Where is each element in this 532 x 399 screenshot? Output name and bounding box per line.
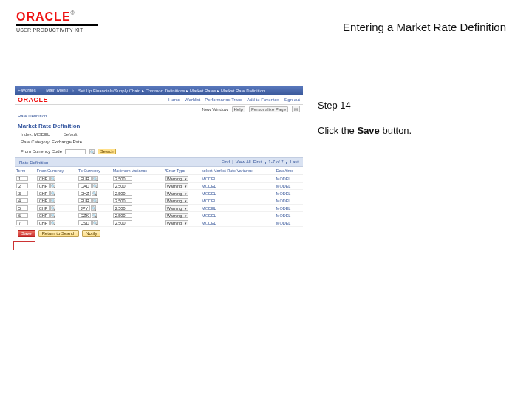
index-value: MODEL: [34, 132, 50, 137]
lookup-icon[interactable]: 🔍: [92, 220, 98, 225]
lookup-icon[interactable]: 🔍: [92, 183, 98, 188]
maxvar-cell[interactable]: 2.500: [113, 176, 132, 181]
select-variance-link[interactable]: MODEL: [202, 191, 216, 196]
help-pill[interactable]: Help: [232, 106, 245, 112]
col-dt[interactable]: Date/time: [275, 167, 303, 175]
save-button[interactable]: Save: [18, 230, 35, 237]
datetime-link[interactable]: MODEL: [276, 191, 291, 196]
col-term[interactable]: Term: [15, 167, 35, 175]
term-cell[interactable]: 1: [16, 176, 28, 181]
term-cell[interactable]: 5: [16, 205, 28, 211]
paging-find[interactable]: Find: [221, 160, 230, 165]
col-from[interactable]: From Currency: [35, 167, 77, 175]
errtype-select[interactable]: Warning: [165, 198, 188, 203]
errtype-select[interactable]: Warning: [165, 176, 188, 181]
maxvar-cell[interactable]: 2.500: [113, 198, 132, 203]
errtype-select[interactable]: Warning: [165, 213, 188, 218]
lookup-icon[interactable]: 🔍: [50, 191, 55, 196]
select-variance-link[interactable]: MODEL: [202, 177, 216, 181]
paging-first[interactable]: First: [253, 160, 262, 165]
instruction-pre: Click the: [318, 125, 357, 136]
datetime-link[interactable]: MODEL: [276, 184, 291, 188]
from-cell[interactable]: CHF: [37, 198, 50, 203]
select-variance-link[interactable]: MODEL: [202, 184, 216, 188]
lookup-icon[interactable]: 🔍: [92, 176, 98, 181]
lookup-icon[interactable]: 🔍: [50, 176, 55, 181]
datetime-link[interactable]: MODEL: [276, 177, 291, 181]
lookup-icon[interactable]: 🔍: [50, 205, 55, 211]
term-cell[interactable]: 3: [16, 191, 28, 196]
lookup-icon[interactable]: 🔍: [50, 213, 55, 218]
select-variance-link[interactable]: MODEL: [202, 206, 216, 211]
topbar-mainmenu[interactable]: Main Menu: [46, 88, 68, 92]
errtype-select[interactable]: Warning: [165, 220, 188, 225]
maxvar-cell[interactable]: 2.500: [113, 205, 132, 211]
from-cell[interactable]: CHF: [37, 220, 50, 225]
to-cell[interactable]: CHZ: [78, 191, 91, 196]
lookup-icon[interactable]: 🔍: [92, 198, 98, 203]
table-row: 3CHF🔍CHZ🔍2.500WarningMODELMODEL: [15, 190, 303, 197]
col-to[interactable]: To Currency: [77, 167, 112, 175]
maxvar-cell[interactable]: 2.500: [113, 220, 132, 225]
datetime-link[interactable]: MODEL: [276, 199, 291, 203]
term-cell[interactable]: 7: [16, 220, 28, 225]
to-cell[interactable]: EUR: [78, 198, 92, 203]
lookup-icon[interactable]: 🔍: [50, 183, 55, 188]
menu-fav[interactable]: Add to Favorites: [247, 98, 279, 102]
maxvar-cell[interactable]: 2.500: [113, 183, 132, 188]
oracle-logo: ORACLE® USER PRODUCTIVITY KIT: [16, 10, 98, 33]
personalize-pill[interactable]: Personalize Page: [249, 106, 288, 112]
term-cell[interactable]: 4: [16, 198, 28, 203]
col-errtype[interactable]: *Error Type: [163, 167, 200, 175]
default-label: Default: [63, 132, 77, 137]
paging-viewall[interactable]: View All: [236, 160, 251, 165]
menu-worklist[interactable]: Worklist: [185, 98, 200, 102]
lookup-icon[interactable]: 🔍: [89, 149, 95, 154]
grid-section-head: Rate Definition Find| View All First ◂ 1…: [15, 157, 303, 167]
paging-last[interactable]: Last: [290, 160, 299, 165]
term-cell[interactable]: 2: [16, 183, 28, 188]
select-variance-link[interactable]: MODEL: [202, 199, 216, 203]
from-cell[interactable]: CHF: [37, 183, 50, 188]
menu-perf[interactable]: Performance Trace: [205, 98, 242, 102]
return-button[interactable]: Return to Search: [38, 230, 79, 237]
lookup-icon[interactable]: 🔍: [91, 205, 96, 211]
to-cell[interactable]: EUR: [78, 176, 92, 181]
errtype-select[interactable]: Warning: [165, 205, 188, 211]
oracle-wordmark: ORACLE: [16, 10, 71, 23]
maxvar-cell[interactable]: 2.500: [113, 191, 132, 196]
lookup-icon[interactable]: 🔍: [92, 213, 97, 218]
from-cell[interactable]: CHF: [37, 191, 50, 196]
table-row: 1CHF🔍EUR🔍2.500WarningMODELMODEL: [15, 175, 303, 183]
datetime-link[interactable]: MODEL: [276, 214, 291, 218]
col-maxvar[interactable]: Maximum Variance: [112, 167, 163, 175]
search-button[interactable]: Search: [98, 149, 116, 154]
to-cell[interactable]: USD: [78, 220, 92, 225]
errtype-select[interactable]: Warning: [165, 183, 188, 188]
from-cell[interactable]: CHF: [37, 213, 50, 218]
fromcurr-input[interactable]: [65, 149, 86, 154]
table-row: 7CHF🔍USD🔍2.500WarningMODELMODEL: [15, 219, 303, 227]
to-cell[interactable]: JPY: [78, 205, 90, 211]
notify-button[interactable]: Notify: [82, 230, 100, 237]
datetime-link[interactable]: MODEL: [276, 206, 291, 211]
errtype-select[interactable]: Warning: [165, 191, 188, 196]
col-select[interactable]: select Market Rate Variance: [200, 167, 275, 175]
http-icon[interactable]: ⊞: [292, 106, 300, 112]
to-cell[interactable]: CAD: [78, 183, 92, 188]
new-window-link[interactable]: New Window: [202, 107, 228, 112]
maxvar-cell[interactable]: 2.500: [113, 213, 132, 218]
to-cell[interactable]: CZK: [78, 213, 91, 218]
menu-signout[interactable]: Sign out: [284, 98, 300, 102]
menu-home[interactable]: Home: [168, 98, 180, 102]
topbar-favorites[interactable]: Favorites: [18, 88, 36, 92]
lookup-icon[interactable]: 🔍: [50, 198, 55, 203]
term-cell[interactable]: 6: [16, 213, 28, 218]
select-variance-link[interactable]: MODEL: [202, 214, 216, 218]
select-variance-link[interactable]: MODEL: [202, 221, 216, 225]
from-cell[interactable]: CHF: [37, 176, 50, 181]
from-cell[interactable]: CHF: [37, 205, 50, 211]
datetime-link[interactable]: MODEL: [276, 221, 291, 225]
lookup-icon[interactable]: 🔍: [50, 220, 55, 225]
lookup-icon[interactable]: 🔍: [92, 191, 97, 196]
